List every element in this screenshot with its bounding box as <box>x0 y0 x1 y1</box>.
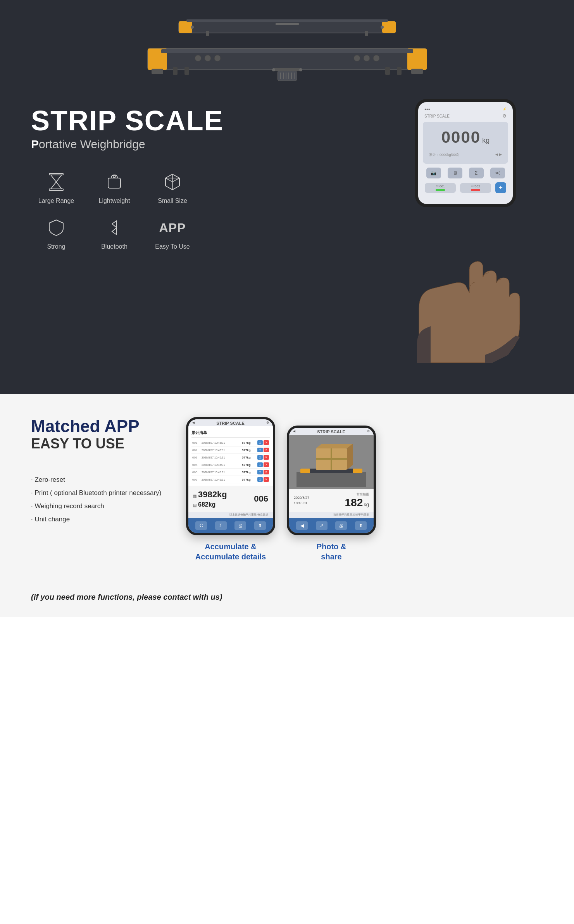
app-per-load-value: 682kg <box>198 501 215 508</box>
table-row: 003 2020/8/27 10:45:31 577kg ◻ ✕ <box>191 454 270 461</box>
bottom-section: Matched APP EASY TO USE · Zero-reset · P… <box>0 394 574 581</box>
svg-point-7 <box>191 26 194 29</box>
row-buttons[interactable]: ◻ ✕ <box>257 470 269 474</box>
app-bottom-controls-2[interactable]: ◀ ↗ 🖨 ⬆ <box>289 518 374 533</box>
subtitle-rest: ortative Weighbridge <box>39 138 145 151</box>
feature-list-item-1: · Print ( optional Bluetooth printer nec… <box>31 488 163 498</box>
row-weight: 577kg <box>242 448 257 452</box>
table-row: 005 2020/8/27 10:45:31 577kg ◻ ✕ <box>191 469 270 476</box>
phone-btn-camera[interactable]: 📷 <box>426 168 441 178</box>
svg-point-30 <box>299 68 302 71</box>
table-row: 004 2020/8/27 10:45:31 577kg ◻ ✕ <box>191 461 270 469</box>
main-content: STRIP SCALE Portative Weighbridge <box>0 91 574 370</box>
app-side-label: 前后轴重 <box>357 492 369 497</box>
top-section: STRIP SCALE Portative Weighbridge <box>0 0 574 394</box>
svg-rect-21 <box>274 68 301 71</box>
shield-icon <box>45 216 68 239</box>
feature-lightweight: Lightweight <box>89 170 140 204</box>
phone-add-button[interactable]: + <box>495 182 506 193</box>
row-buttons[interactable]: ◻ ✕ <box>257 448 269 452</box>
row-date: 2020/8/27 10:45:31 <box>200 464 242 466</box>
row-btn-red[interactable]: ✕ <box>264 455 269 460</box>
row-btn-red[interactable]: ✕ <box>264 462 269 467</box>
row-btn-red[interactable]: ✕ <box>264 477 269 482</box>
feature-small-size: Small Size <box>147 170 198 204</box>
svg-rect-20 <box>411 69 423 74</box>
row-btn-blue[interactable]: ◻ <box>257 455 263 460</box>
app-bottom-controls[interactable]: C Σ 🖨 ⬆ <box>188 518 273 533</box>
device-indicator-red <box>471 189 480 191</box>
phone-buttons-row[interactable]: 📷 🖥 Σ ≫( <box>421 165 510 181</box>
bottom-left: Matched APP EASY TO USE · Zero-reset · P… <box>31 417 163 528</box>
feature-label-bluetooth: Bluetooth <box>101 243 128 250</box>
acc-icon-total: ▦ <box>193 494 197 498</box>
app-acc-row-per: ▤ 682kg <box>193 501 227 508</box>
ctrl2-btn-back[interactable]: ◀ <box>296 521 308 530</box>
svg-point-17 <box>364 55 370 61</box>
row-btn-red[interactable]: ✕ <box>264 440 269 445</box>
svg-rect-2 <box>382 21 396 33</box>
svg-line-39 <box>112 224 117 228</box>
ctrl2-btn-print[interactable]: 🖨 <box>335 521 347 530</box>
feature-list-item-3: · Unit change <box>31 515 163 524</box>
app-photo-weight: 182 <box>345 497 363 509</box>
hand-svg <box>396 200 543 363</box>
svg-rect-12 <box>161 49 413 53</box>
bottom-layout: Matched APP EASY TO USE · Zero-reset · P… <box>31 417 543 562</box>
row-btn-blue[interactable]: ◻ <box>257 448 263 452</box>
row-date: 2020/8/27 10:45:31 <box>200 471 242 474</box>
ctrl-btn-sigma[interactable]: Σ <box>215 521 227 530</box>
svg-point-38 <box>113 175 115 178</box>
table-row: 006 2020/8/27 10:45:31 577kg ◻ ✕ <box>191 476 270 483</box>
ctrl-btn-share[interactable]: ⬆ <box>254 521 266 530</box>
svg-rect-4 <box>206 31 209 36</box>
app-phone-wrapper-1: ◀ STRIP SCALE ⚙ 累计清单 001 2020/8/27 10:45… <box>186 417 275 562</box>
weight-icon <box>103 170 126 194</box>
phone-btn-display[interactable]: 🖥 <box>448 168 462 178</box>
ctrl-btn-print[interactable]: 🖨 <box>234 521 246 530</box>
row-buttons[interactable]: ◻ ✕ <box>257 440 269 445</box>
svg-rect-6 <box>276 23 299 25</box>
ctrl-btn-c[interactable]: C <box>195 521 207 530</box>
row-weight: 577kg <box>242 478 257 481</box>
row-btn-red[interactable]: ✕ <box>264 448 269 452</box>
feature-list-item-2: · Weighing record search <box>31 502 163 511</box>
svg-point-29 <box>272 68 275 71</box>
app-time: 10:45:31 <box>294 501 309 506</box>
row-buttons[interactable]: ◻ ✕ <box>257 455 269 460</box>
svg-rect-42 <box>300 469 310 473</box>
row-buttons[interactable]: ◻ ✕ <box>257 462 269 467</box>
row-btn-blue[interactable]: ◻ <box>257 440 263 445</box>
app-count-block: 006 <box>254 494 268 504</box>
phone-device-row: ***001 ***002 + <box>421 181 510 195</box>
table-row: 002 2020/8/27 10:45:31 577kg ◻ ✕ <box>191 446 270 454</box>
row-btn-red[interactable]: ✕ <box>264 470 269 474</box>
hourglass-icon <box>45 170 68 194</box>
app-photo-date: 2020/8/27 10:45:31 <box>294 495 309 506</box>
row-btn-blue[interactable]: ◻ <box>257 477 263 482</box>
svg-rect-43 <box>353 469 362 473</box>
phone-mockup: ●●● ⚡ STRIP SCALE ⚙ 0000 <box>415 99 516 207</box>
feature-large-range: Large Range <box>31 170 81 204</box>
ctrl2-btn-save[interactable]: ⬆ <box>355 521 367 530</box>
phone-btn-sigma[interactable]: Σ <box>469 168 484 178</box>
row-buttons[interactable]: ◻ ✕ <box>257 477 269 482</box>
row-tag: 001 <box>192 441 200 445</box>
footer-note-text: (if you need more functions, please cont… <box>31 593 543 602</box>
row-tag: 006 <box>192 478 200 481</box>
app-photo-unit: kg <box>364 502 369 507</box>
feature-label-large-range: Large Range <box>38 197 74 204</box>
svg-rect-35 <box>49 173 63 175</box>
svg-point-16 <box>354 55 360 61</box>
svg-rect-40 <box>296 472 366 487</box>
row-btn-blue[interactable]: ◻ <box>257 462 263 467</box>
phone-weight-unit: kg <box>482 137 490 145</box>
app-caption-2: Photo &share <box>317 542 346 562</box>
row-date: 2020/8/27 10:45:31 <box>200 478 242 481</box>
phone-btn-connect[interactable]: ≫( <box>490 168 505 178</box>
ctrl2-btn-share[interactable]: ↗ <box>316 521 328 530</box>
features-row1: Large Range Lightweight <box>31 170 380 250</box>
product-title: STRIP SCALE <box>31 107 380 135</box>
row-btn-blue[interactable]: ◻ <box>257 470 263 474</box>
row-weight: 577kg <box>242 463 257 467</box>
